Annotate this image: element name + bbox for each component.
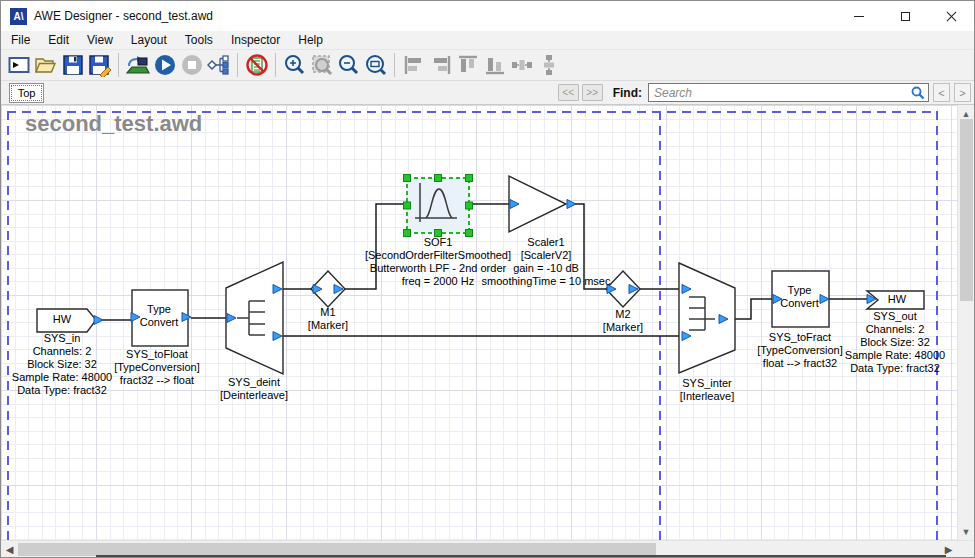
block-caption-inter: SYS_inter[Interleave] bbox=[652, 377, 762, 403]
distribute-vertical-icon bbox=[537, 53, 561, 77]
scrollbar-corner bbox=[957, 541, 974, 557]
distribute-horizontal-button[interactable] bbox=[508, 52, 535, 79]
toolbar bbox=[1, 50, 974, 81]
new-file-icon bbox=[7, 53, 31, 77]
connect-target-button[interactable] bbox=[124, 52, 151, 79]
zoom-fit-button[interactable] bbox=[362, 52, 389, 79]
align-bottom-button[interactable] bbox=[481, 52, 508, 79]
block-label-hw-in: HW bbox=[37, 313, 87, 326]
find-prev-button[interactable]: < bbox=[933, 83, 950, 102]
play-icon bbox=[153, 53, 177, 77]
menu-file[interactable]: File bbox=[3, 32, 38, 48]
save-button[interactable] bbox=[59, 52, 86, 79]
menu-layout[interactable]: Layout bbox=[123, 32, 175, 48]
history-forward-button[interactable]: >> bbox=[582, 84, 603, 101]
zoom-out-button[interactable] bbox=[335, 52, 362, 79]
menu-view[interactable]: View bbox=[79, 32, 121, 48]
stop-icon bbox=[180, 53, 204, 77]
open-button[interactable] bbox=[32, 52, 59, 79]
window-title: AWE Designer - second_test.awd bbox=[34, 9, 213, 23]
find-label: Find: bbox=[613, 86, 642, 100]
toolbar-separator bbox=[118, 53, 119, 77]
zoom-in-icon bbox=[283, 53, 307, 77]
scroll-down-arrow[interactable]: ▼ bbox=[958, 523, 974, 540]
history-back-button[interactable]: << bbox=[558, 84, 579, 101]
open-folder-icon bbox=[34, 53, 58, 77]
new-button[interactable] bbox=[5, 52, 32, 79]
block-caption-tofloat: SYS_toFloat[TypeConversion]fract32 --> f… bbox=[102, 348, 212, 387]
menu-inspector[interactable]: Inspector bbox=[223, 32, 288, 48]
block-caption-scaler1: Scaler1[ScalerV2]gain = -10 dBsmoothingT… bbox=[456, 236, 636, 288]
search-icon[interactable] bbox=[911, 86, 925, 100]
save-as-icon bbox=[88, 53, 112, 77]
block-caption-tofract: SYS_toFract[TypeConversion]float --> fra… bbox=[745, 331, 855, 370]
menu-tools[interactable]: Tools bbox=[177, 32, 221, 48]
vertical-scroll-thumb[interactable] bbox=[960, 119, 973, 301]
app-logo-icon: A\ bbox=[10, 8, 27, 25]
run-button[interactable] bbox=[151, 52, 178, 79]
schematic-canvas[interactable]: second_test.awd bbox=[1, 105, 957, 540]
zoom-selection-icon bbox=[310, 53, 334, 77]
menu-bar: File Edit View Layout Tools Inspector He… bbox=[1, 31, 974, 50]
toolbar-separator bbox=[237, 53, 238, 77]
block-caption-sys-in: SYS_inChannels: 2Block Size: 32Sample Ra… bbox=[7, 332, 117, 397]
align-bottom-icon bbox=[483, 53, 507, 77]
find-next-button[interactable]: > bbox=[954, 83, 971, 102]
propagate-button[interactable] bbox=[205, 52, 232, 79]
vertical-scrollbar[interactable]: ▲ ▼ bbox=[957, 105, 974, 540]
connect-target-icon bbox=[126, 53, 150, 77]
scroll-left-arrow[interactable]: ◀ bbox=[1, 541, 18, 557]
disable-inspectors-button[interactable] bbox=[243, 52, 270, 79]
save-icon bbox=[61, 53, 85, 77]
close-icon bbox=[946, 11, 957, 22]
title-bar: A\ AWE Designer - second_test.awd bbox=[1, 1, 974, 31]
minimize-icon bbox=[854, 16, 864, 17]
zoom-out-icon bbox=[337, 53, 361, 77]
search-input[interactable] bbox=[648, 83, 929, 102]
distribute-vertical-button[interactable] bbox=[535, 52, 562, 79]
tab-top[interactable]: Top bbox=[9, 83, 44, 103]
toolbar-separator bbox=[275, 53, 276, 77]
menu-help[interactable]: Help bbox=[290, 32, 331, 48]
close-button[interactable] bbox=[928, 1, 974, 31]
wire-inter-tofract[interactable] bbox=[729, 299, 777, 319]
block-label-tofloat: TypeConvert bbox=[132, 303, 186, 329]
stop-button[interactable] bbox=[178, 52, 205, 79]
zoom-in-button[interactable] bbox=[281, 52, 308, 79]
zoom-fit-icon bbox=[364, 53, 388, 77]
distribute-horizontal-icon bbox=[510, 53, 534, 77]
block-sof1[interactable] bbox=[407, 178, 469, 233]
no-inspector-icon bbox=[245, 53, 269, 77]
zoom-selection-button[interactable] bbox=[308, 52, 335, 79]
block-label-hw-out: HW bbox=[870, 293, 924, 306]
block-label-tofract: TypeConvert bbox=[772, 284, 827, 310]
block-caption-sys-out: SYS_outChannels: 2Block Size: 32Sample R… bbox=[840, 310, 950, 375]
menu-edit[interactable]: Edit bbox=[40, 32, 77, 48]
align-left-icon bbox=[402, 53, 426, 77]
align-right-icon bbox=[429, 53, 453, 77]
save-as-button[interactable] bbox=[86, 52, 113, 79]
tab-bar: Top << >> Find: < > bbox=[1, 81, 974, 105]
app-window: A\ AWE Designer - second_test.awd File E… bbox=[0, 0, 975, 558]
maximize-icon bbox=[901, 12, 910, 21]
block-caption-m1: M1[Marker] bbox=[298, 306, 358, 332]
toolbar-separator bbox=[394, 53, 395, 77]
align-top-button[interactable] bbox=[454, 52, 481, 79]
block-caption-m2: M2[Marker] bbox=[593, 308, 653, 334]
block-caption-deint: SYS_deint[Deinterleave] bbox=[199, 376, 309, 402]
align-top-icon bbox=[456, 53, 480, 77]
align-left-button[interactable] bbox=[400, 52, 427, 79]
maximize-button[interactable] bbox=[882, 1, 928, 31]
minimize-button[interactable] bbox=[836, 1, 882, 31]
align-right-button[interactable] bbox=[427, 52, 454, 79]
canvas-doc-title: second_test.awd bbox=[25, 111, 202, 137]
propagate-icon bbox=[207, 53, 231, 77]
background-window-edge bbox=[96, 555, 946, 557]
